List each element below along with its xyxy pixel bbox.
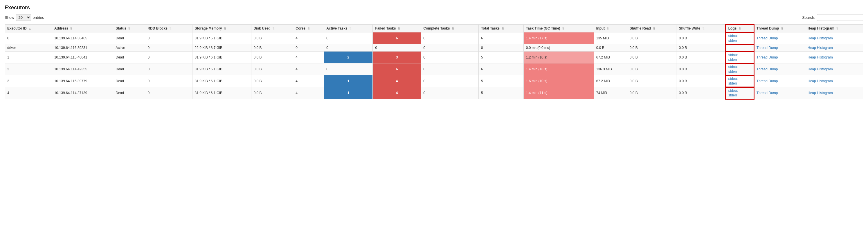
sort-icon-failed-tasks: ⇅ <box>398 27 400 30</box>
address-cell: 10.139.64.114:38465 <box>54 36 87 40</box>
thread-dump-link[interactable]: Thread Dump <box>756 67 778 71</box>
heap-histogram-link[interactable]: Heap Histogram <box>808 55 833 59</box>
col-header-shuffle-read[interactable]: Shuffle Read ⇅ <box>627 25 676 32</box>
cores-cell: 4 <box>296 67 298 71</box>
disk-used-cell: 0.0 B <box>254 67 262 71</box>
status-cell: Dead <box>116 55 124 59</box>
heap-histogram-cell: Heap Histogram <box>805 75 863 87</box>
shuffle-read-cell: 0.0 B <box>630 79 638 83</box>
executor-id-cell: 3 <box>7 79 9 83</box>
log-link-stdout[interactable]: stdout <box>728 88 752 93</box>
thread-dump-link[interactable]: Thread Dump <box>756 46 778 50</box>
thread-dump-cell: Thread Dump <box>754 87 805 99</box>
status-cell: Active <box>116 46 125 50</box>
sort-icon-complete-tasks: ⇅ <box>452 27 454 30</box>
heap-histogram-link[interactable]: Heap Histogram <box>808 91 833 95</box>
sort-icon-status: ⇅ <box>128 27 130 30</box>
sort-icon-storage-memory: ⇅ <box>224 27 226 30</box>
col-header-complete-tasks[interactable]: Complete Tasks ⇅ <box>421 25 478 32</box>
active-tasks-cell: 0 <box>326 36 328 40</box>
sort-icon-logs: ⇅ <box>739 27 741 30</box>
col-header-executor-id[interactable]: Executor ID ▲ <box>5 25 52 32</box>
heap-histogram-cell: Heap Histogram <box>805 87 863 99</box>
table-row: 310.139.64.115:39779Dead081.9 KiB / 6.1 … <box>5 75 863 87</box>
executor-id-cell: 2 <box>7 67 9 71</box>
col-header-address[interactable]: Address ⇅ <box>52 25 113 32</box>
logs-cell: stdoutstderr <box>726 75 754 87</box>
log-link-stdout[interactable]: stdout <box>728 65 752 69</box>
log-link-stderr[interactable]: stderr <box>728 81 752 85</box>
task-time-cell: 1.4 min (18 s) <box>526 67 547 71</box>
logs-cell: stdoutstderr <box>726 51 754 64</box>
col-header-rdd-blocks[interactable]: RDD Blocks ⇅ <box>145 25 192 32</box>
status-cell: Dead <box>116 67 124 71</box>
input-cell: 135 MiB <box>596 36 609 40</box>
disk-used-cell: 0.0 B <box>254 46 262 50</box>
cores-cell: 4 <box>296 91 298 95</box>
thread-dump-cell: Thread Dump <box>754 75 805 87</box>
sort-icon-rdd-blocks: ⇅ <box>169 27 172 30</box>
col-header-storage-memory[interactable]: Storage Memory ⇅ <box>192 25 251 32</box>
sort-icon-active-tasks: ⇅ <box>349 27 351 30</box>
thread-dump-link[interactable]: Thread Dump <box>756 91 778 95</box>
col-header-task-time[interactable]: Task Time (GC Time) ⇅ <box>523 25 594 32</box>
rdd-blocks-cell: 0 <box>148 36 150 40</box>
task-time-cell: 1.6 min (10 s) <box>526 79 547 83</box>
shuffle-read-cell: 0.0 B <box>630 67 638 71</box>
thread-dump-link[interactable]: Thread Dump <box>756 36 778 40</box>
search-input[interactable] <box>817 14 863 21</box>
col-header-thread-dump[interactable]: Thread Dump ⇅ <box>754 25 805 32</box>
col-header-failed-tasks[interactable]: Failed Tasks ⇅ <box>373 25 421 32</box>
cores-cell: 4 <box>296 79 298 83</box>
sort-icon-task-time: ⇅ <box>562 27 564 30</box>
disk-used-cell: 0.0 B <box>254 36 262 40</box>
heap-histogram-link[interactable]: Heap Histogram <box>808 36 833 40</box>
address-cell: 10.139.64.115:39779 <box>54 79 87 83</box>
thread-dump-cell: Thread Dump <box>754 51 805 64</box>
executor-id-cell: 1 <box>7 55 9 59</box>
thread-dump-cell: Thread Dump <box>754 64 805 75</box>
shuffle-read-cell: 0.0 B <box>630 91 638 95</box>
failed-tasks-cell: 4 <box>396 91 398 95</box>
shuffle-write-cell: 0.0 B <box>679 91 687 95</box>
input-cell: 67.2 MiB <box>596 55 610 59</box>
active-tasks-cell: 0 <box>326 67 328 71</box>
col-header-status[interactable]: Status ⇅ <box>113 25 145 32</box>
cores-cell: 4 <box>296 55 298 59</box>
col-header-total-tasks[interactable]: Total Tasks ⇅ <box>478 25 523 32</box>
heap-histogram-link[interactable]: Heap Histogram <box>808 46 833 50</box>
failed-tasks-cell: 6 <box>396 36 398 40</box>
log-link-stdout[interactable]: stdout <box>728 53 752 57</box>
col-header-heap-histogram[interactable]: Heap Histogram ⇅ <box>805 25 863 32</box>
sort-icon-heap-histogram: ⇅ <box>836 27 838 30</box>
log-link-stderr[interactable]: stderr <box>728 93 752 97</box>
log-link-stdout[interactable]: stdout <box>728 77 752 81</box>
disk-used-cell: 0.0 B <box>254 79 262 83</box>
storage-memory-cell: 81.9 KiB / 6.1 GiB <box>195 79 222 83</box>
col-header-input[interactable]: Input ⇅ <box>594 25 627 32</box>
thread-dump-link[interactable]: Thread Dump <box>756 79 778 83</box>
heap-histogram-link[interactable]: Heap Histogram <box>808 79 833 83</box>
col-header-active-tasks[interactable]: Active Tasks ⇅ <box>324 25 373 32</box>
executor-id-cell: 0 <box>7 36 9 40</box>
total-tasks-cell: 5 <box>481 79 483 83</box>
col-header-cores[interactable]: Cores ⇅ <box>293 25 324 32</box>
table-row: 110.139.64.115:46641Dead081.9 KiB / 6.1 … <box>5 51 863 64</box>
col-header-logs[interactable]: Logs ⇅ <box>726 25 754 32</box>
thread-dump-link[interactable]: Thread Dump <box>756 55 778 59</box>
col-header-disk-used[interactable]: Disk Used ⇅ <box>251 25 293 32</box>
log-link-stderr[interactable]: stderr <box>728 70 752 74</box>
table-header-row: Executor ID ▲ Address ⇅ Status ⇅ RDD Blo… <box>5 25 863 32</box>
rdd-blocks-cell: 0 <box>148 55 150 59</box>
log-link-stderr[interactable]: stderr <box>728 39 752 43</box>
cores-cell: 0 <box>296 46 298 50</box>
col-header-shuffle-write[interactable]: Shuffle Write ⇅ <box>676 25 726 32</box>
task-time-cell: 1.4 min (11 s) <box>526 91 547 95</box>
search-box: Search: <box>802 14 863 21</box>
heap-histogram-link[interactable]: Heap Histogram <box>808 67 833 71</box>
log-link-stderr[interactable]: stderr <box>728 58 752 62</box>
log-link-stdout[interactable]: stdout <box>728 34 752 38</box>
active-tasks-cell: 2 <box>347 55 349 59</box>
storage-memory-cell: 22.9 KiB / 8.7 GiB <box>195 46 222 50</box>
entries-select[interactable]: 10 20 50 100 <box>16 14 31 21</box>
